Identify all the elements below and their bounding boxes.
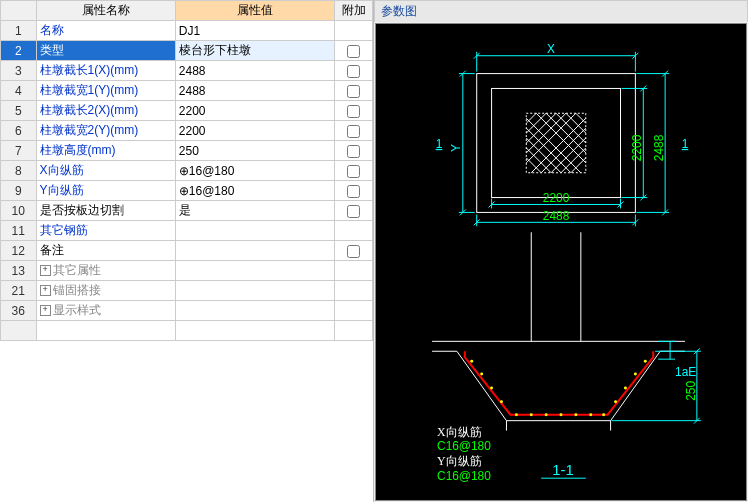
extra-checkbox[interactable] [347, 105, 360, 118]
cell-property-value[interactable] [175, 221, 335, 241]
table-row[interactable]: 5柱墩截长2(X)(mm)2200 [1, 101, 373, 121]
expand-icon[interactable]: + [40, 305, 51, 316]
table-row[interactable]: 2类型棱台形下柱墩 [1, 41, 373, 61]
extra-checkbox[interactable] [347, 165, 360, 178]
svg-point-71 [614, 400, 617, 403]
cell-extra[interactable] [335, 321, 373, 341]
table-row[interactable]: 9Y向纵筋⊕16@180 [1, 181, 373, 201]
svg-point-70 [602, 413, 605, 416]
cell-extra[interactable] [335, 181, 373, 201]
table-row[interactable]: 21+锚固搭接 [1, 281, 373, 301]
cell-property-value[interactable] [175, 261, 335, 281]
cell-extra[interactable] [335, 201, 373, 221]
svg-point-67 [560, 413, 563, 416]
cell-property-name[interactable]: +锚固搭接 [36, 281, 175, 301]
cell-property-name[interactable]: 备注 [36, 241, 175, 261]
svg-point-63 [500, 400, 503, 403]
cell-extra[interactable] [335, 61, 373, 81]
extra-checkbox[interactable] [347, 125, 360, 138]
extra-checkbox[interactable] [347, 145, 360, 158]
expand-icon[interactable]: + [40, 285, 51, 296]
cell-property-value[interactable]: DJ1 [175, 21, 335, 41]
row-number: 2 [1, 41, 37, 61]
extra-checkbox[interactable] [347, 245, 360, 258]
cell-property-value[interactable] [175, 321, 335, 341]
cell-property-value[interactable]: 棱台形下柱墩 [175, 41, 335, 61]
table-row[interactable]: 7柱墩高度(mm)250 [1, 141, 373, 161]
extra-checkbox[interactable] [347, 85, 360, 98]
cell-property-value[interactable] [175, 241, 335, 261]
cell-property-value[interactable]: 2200 [175, 121, 335, 141]
cell-extra[interactable] [335, 141, 373, 161]
cell-property-value[interactable]: 是 [175, 201, 335, 221]
cell-extra[interactable] [335, 81, 373, 101]
table-row[interactable]: 13+其它属性 [1, 261, 373, 281]
table-row[interactable]: 3柱墩截长1(X)(mm)2488 [1, 61, 373, 81]
cell-property-value[interactable]: 250 [175, 141, 335, 161]
svg-point-69 [589, 413, 592, 416]
cell-property-value[interactable] [175, 301, 335, 321]
property-grid[interactable]: 属性名称 属性值 附加 1名称DJ12类型棱台形下柱墩3柱墩截长1(X)(mm)… [0, 0, 374, 502]
cell-property-name[interactable]: X向纵筋 [36, 161, 175, 181]
cell-property-name[interactable]: 柱墩截宽2(Y)(mm) [36, 121, 175, 141]
cell-property-name[interactable]: 类型 [36, 41, 175, 61]
cell-property-value[interactable]: 2488 [175, 61, 335, 81]
table-row[interactable] [1, 321, 373, 341]
extra-checkbox[interactable] [347, 185, 360, 198]
svg-point-65 [530, 413, 533, 416]
cell-property-name[interactable]: +显示样式 [36, 301, 175, 321]
cell-property-name[interactable]: 是否按板边切割 [36, 201, 175, 221]
table-row[interactable]: 4柱墩截宽1(Y)(mm)2488 [1, 81, 373, 101]
header-row-number [1, 1, 37, 21]
table-row[interactable]: 10是否按板边切割是 [1, 201, 373, 221]
cell-property-name[interactable]: 柱墩截长1(X)(mm) [36, 61, 175, 81]
cell-property-value[interactable] [175, 281, 335, 301]
cell-property-name[interactable] [36, 321, 175, 341]
cell-extra[interactable] [335, 101, 373, 121]
cell-extra[interactable] [335, 281, 373, 301]
extra-checkbox[interactable] [347, 65, 360, 78]
svg-rect-21 [492, 88, 621, 197]
cell-property-value[interactable]: 2200 [175, 101, 335, 121]
row-number: 6 [1, 121, 37, 141]
diagram-title: 参数图 [374, 0, 748, 22]
table-row[interactable]: 6柱墩截宽2(Y)(mm)2200 [1, 121, 373, 141]
dim-section-h: 250 [684, 381, 698, 401]
svg-line-12 [541, 128, 586, 173]
extra-checkbox[interactable] [347, 205, 360, 218]
cell-property-value[interactable]: ⊕16@180 [175, 161, 335, 181]
cell-extra[interactable] [335, 261, 373, 281]
cell-property-name[interactable]: 名称 [36, 21, 175, 41]
row-number: 4 [1, 81, 37, 101]
row-number [1, 321, 37, 341]
svg-point-72 [624, 386, 627, 389]
cell-extra[interactable] [335, 21, 373, 41]
diagram-canvas[interactable]: X Y 2200 [375, 23, 747, 501]
table-row[interactable]: 11其它钢筋 [1, 221, 373, 241]
cell-property-name[interactable]: 柱墩截宽1(Y)(mm) [36, 81, 175, 101]
cell-property-value[interactable]: ⊕16@180 [175, 181, 335, 201]
svg-line-20 [526, 113, 536, 123]
section-label: 1-1 [552, 462, 573, 478]
cell-extra[interactable] [335, 221, 373, 241]
cell-extra[interactable] [335, 241, 373, 261]
table-row[interactable]: 12备注 [1, 241, 373, 261]
svg-line-9 [566, 113, 586, 133]
expand-icon[interactable]: + [40, 265, 51, 276]
cell-property-value[interactable]: 2488 [175, 81, 335, 101]
cell-extra[interactable] [335, 161, 373, 181]
svg-point-62 [490, 386, 493, 389]
cell-property-name[interactable]: 其它钢筋 [36, 221, 175, 241]
table-row[interactable]: 8X向纵筋⊕16@180 [1, 161, 373, 181]
cell-extra[interactable] [335, 41, 373, 61]
cell-extra[interactable] [335, 301, 373, 321]
cell-property-name[interactable]: 柱墩截长2(X)(mm) [36, 101, 175, 121]
cell-property-name[interactable]: 柱墩高度(mm) [36, 141, 175, 161]
cell-extra[interactable] [335, 121, 373, 141]
svg-line-14 [561, 148, 586, 173]
table-row[interactable]: 36+显示样式 [1, 301, 373, 321]
extra-checkbox[interactable] [347, 45, 360, 58]
table-row[interactable]: 1名称DJ1 [1, 21, 373, 41]
cell-property-name[interactable]: +其它属性 [36, 261, 175, 281]
cell-property-name[interactable]: Y向纵筋 [36, 181, 175, 201]
